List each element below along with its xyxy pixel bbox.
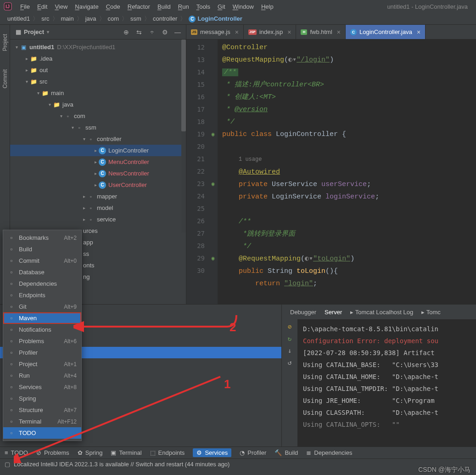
- tree-ssm[interactable]: ▾▫ ssm: [10, 122, 186, 133]
- hide-panel-icon[interactable]: —: [173, 28, 182, 37]
- breadcrumb-item[interactable]: src: [39, 15, 52, 22]
- tree-scrollbar[interactable]: [181, 40, 186, 232]
- popup-item-commit[interactable]: ▫CommitAlt+0: [3, 255, 81, 266]
- tab-tomcat-log[interactable]: ▸ Tomcat Localhost Log: [350, 306, 413, 318]
- tree-mapper[interactable]: ▸▫ mapper: [10, 191, 186, 202]
- tree-out[interactable]: ▸📁 out: [10, 64, 186, 76]
- tree-com[interactable]: ▾▫ com: [10, 110, 186, 122]
- editor-tab[interactable]: JSPindex.jsp×: [244, 25, 297, 39]
- tree-class-user[interactable]: ▸C UserController: [10, 179, 186, 191]
- popup-item-dependencies[interactable]: ▫Dependencies: [3, 278, 81, 289]
- popup-item-structure[interactable]: ▫StructureAlt+7: [3, 404, 81, 416]
- menu-file[interactable]: File: [17, 2, 34, 11]
- close-output-icon[interactable]: ⊘: [288, 323, 291, 330]
- popup-item-todo[interactable]: ▫TODO: [3, 427, 81, 439]
- popup-icon: ▫: [8, 246, 15, 253]
- tree-src[interactable]: ▾📁 src: [10, 76, 186, 87]
- bottom-tab-spring[interactable]: ✿Spring: [78, 449, 103, 456]
- popup-item-services[interactable]: ▫ServicesAlt+8: [3, 381, 81, 393]
- editor-tab[interactable]: Hfwb.html×: [296, 25, 346, 39]
- bottom-tab-build[interactable]: 🔨Build: [274, 449, 298, 456]
- close-tab-icon[interactable]: ×: [335, 28, 341, 36]
- bottom-tab-problems[interactable]: ⊘Problems: [36, 449, 69, 456]
- code-editor[interactable]: 12131415161718192021222324252627282930 ◉…: [186, 40, 476, 304]
- breadcrumb-item[interactable]: untitled1: [5, 15, 33, 22]
- menu-tools[interactable]: Tools: [193, 2, 214, 11]
- menu-help[interactable]: Help: [258, 2, 277, 11]
- popup-item-project[interactable]: ▫ProjectAlt+1: [3, 358, 81, 370]
- popup-item-endpoints[interactable]: ▫Endpoints: [3, 289, 81, 301]
- expand-all-icon[interactable]: ⇆: [134, 28, 144, 37]
- rail-project[interactable]: Project: [2, 34, 8, 51]
- popup-item-maven[interactable]: ▫Maven: [3, 312, 81, 324]
- status-text[interactable]: Localized IntelliJ IDEA 2022.1.3 is avai…: [14, 461, 230, 468]
- tool-windows-popup[interactable]: ▫BookmarksAlt+2▫Build▫CommitAlt+0▫Databa…: [3, 230, 82, 441]
- scroll-down-icon[interactable]: ↓: [288, 347, 291, 354]
- close-tab-icon[interactable]: ×: [415, 28, 420, 36]
- menu-git[interactable]: Git: [214, 2, 229, 11]
- tree-model[interactable]: ▸▫ model: [10, 202, 186, 214]
- code-body[interactable]: @Controller @RequestMapping(◐▾"/login") …: [218, 40, 476, 304]
- profiler-icon: ◔: [240, 449, 245, 456]
- bottom-tab-dependencies[interactable]: ≣Dependencies: [306, 449, 352, 456]
- tree-class-news[interactable]: ▸C NewsController: [10, 168, 186, 179]
- menu-run[interactable]: Run: [174, 2, 193, 11]
- tree-root[interactable]: ▾▣ untitled1 D:\XXProject\untitled1: [10, 41, 186, 53]
- editor-tab[interactable]: CLoginController.java×: [346, 25, 426, 39]
- menu-build[interactable]: Build: [154, 2, 174, 11]
- popup-item-terminal[interactable]: ▫TerminalAlt+F12: [3, 416, 81, 427]
- select-open-file-icon[interactable]: ⊕: [122, 28, 131, 37]
- bottom-tab-terminal[interactable]: ▣Terminal: [111, 449, 141, 456]
- editor-tab[interactable]: JSmessage.js×: [186, 25, 244, 39]
- menu-window[interactable]: Window: [229, 2, 258, 11]
- popup-item-profiler[interactable]: ▫Profiler: [3, 347, 81, 358]
- popup-item-database[interactable]: ▫Database: [3, 266, 81, 278]
- breadcrumb-item[interactable]: com: [105, 15, 122, 22]
- bottom-tab-todo[interactable]: ≡TODO: [5, 449, 28, 456]
- console-output[interactable]: D:\apache-tomcat-8.5.81\bin\catalinConfi…: [297, 319, 476, 447]
- tree-class-menu[interactable]: ▸C MenuController: [10, 156, 186, 168]
- close-tab-icon[interactable]: ×: [233, 28, 239, 36]
- collapse-all-icon[interactable]: ÷: [147, 28, 157, 37]
- menu-code[interactable]: Code: [102, 2, 124, 11]
- gutter-mapping-icon[interactable]: ◉: [208, 252, 218, 265]
- tree-class-login[interactable]: ▸C LoginController: [10, 145, 186, 156]
- popup-item-run[interactable]: ▫RunAlt+4: [3, 370, 81, 381]
- project-panel-title[interactable]: ▦ Project ▾: [16, 28, 49, 35]
- popup-item-notifications[interactable]: ▫Notifications: [3, 324, 81, 335]
- settings-icon[interactable]: ⚙: [160, 28, 169, 37]
- bottom-tab-services[interactable]: ⚙Services: [193, 448, 231, 457]
- bottom-tab-profiler[interactable]: ◔Profiler: [240, 449, 266, 456]
- menu-navigate[interactable]: Navigate: [71, 2, 102, 11]
- tab-server[interactable]: Server: [325, 306, 342, 318]
- popup-item-build[interactable]: ▫Build: [3, 243, 81, 255]
- breadcrumb-item[interactable]: main: [58, 15, 77, 22]
- gutter-bean-icon[interactable]: ◉: [208, 178, 218, 190]
- tree-controller[interactable]: ▾▫ controller: [10, 133, 186, 145]
- tab-tomcat-2[interactable]: ▸ Tomc: [421, 306, 440, 318]
- tab-debugger[interactable]: Debugger: [290, 306, 316, 318]
- close-tab-icon[interactable]: ×: [286, 28, 291, 36]
- breadcrumb-item[interactable]: java: [83, 15, 99, 22]
- gutter-run-icon[interactable]: ◉: [208, 128, 218, 141]
- menu-view[interactable]: View: [51, 2, 71, 11]
- bottom-tab-endpoints[interactable]: ⬚Endpoints: [150, 449, 185, 456]
- breadcrumb-item[interactable]: ssm: [128, 15, 144, 22]
- text-wrap-icon[interactable]: ↺: [288, 359, 291, 366]
- menu-refactor[interactable]: Refactor: [124, 2, 154, 11]
- breadcrumb-current[interactable]: CLoginController: [186, 15, 245, 22]
- tree-java[interactable]: ▾📁 java: [10, 99, 186, 110]
- popup-item-git[interactable]: ▫GitAlt+9: [3, 301, 81, 312]
- rerun-icon[interactable]: ↻: [288, 335, 291, 342]
- status-icon[interactable]: ▢: [5, 461, 10, 468]
- project-panel-header: ▦ Project ▾ ⊕ ⇆ ÷ ⚙ —: [10, 25, 186, 40]
- menu-edit[interactable]: Edit: [34, 2, 51, 11]
- breadcrumb-item[interactable]: controller: [150, 15, 180, 22]
- tree-service[interactable]: ▸▫ service: [10, 214, 186, 225]
- tree-idea[interactable]: ▸📁 .idea: [10, 53, 186, 64]
- popup-item-problems[interactable]: ▫ProblemsAlt+6: [3, 335, 81, 347]
- popup-item-spring[interactable]: ▫Spring: [3, 393, 81, 404]
- popup-item-bookmarks[interactable]: ▫BookmarksAlt+2: [3, 232, 81, 243]
- tree-main[interactable]: ▾📁 main: [10, 87, 186, 99]
- rail-commit[interactable]: Commit: [2, 69, 8, 88]
